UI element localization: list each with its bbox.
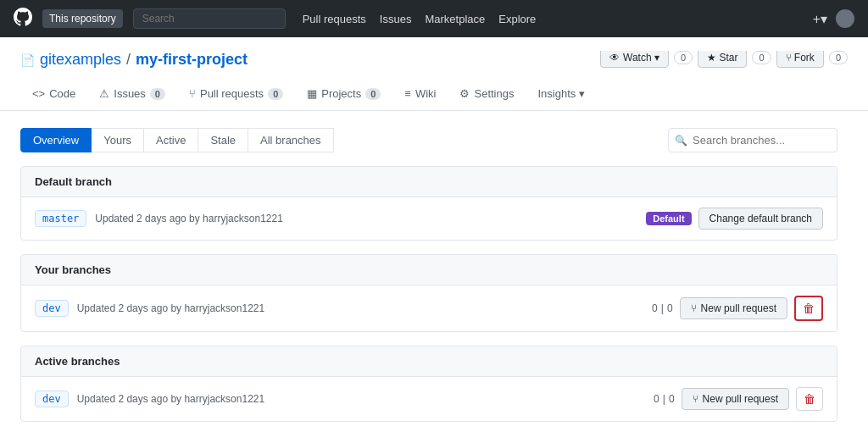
- star-button[interactable]: ★ Star: [698, 51, 747, 68]
- issues-nav-link[interactable]: Issues: [380, 13, 412, 25]
- active-branches-dev-actions: 0 | 0 ⑂ New pull request 🗑: [654, 387, 823, 411]
- active-branches-dev-row: dev Updated 2 days ago by harryjackson12…: [21, 377, 837, 421]
- repo-action-buttons: 👁 Watch ▾ 0 ★ Star 0 ⑂ Fork 0: [600, 51, 848, 68]
- top-navbar: This repository Pull requests Issues Mar…: [0, 0, 868, 37]
- main-content: Overview Yours Active Stale All branches…: [0, 111, 858, 432]
- filter-yours-button[interactable]: Yours: [91, 128, 144, 152]
- explore-nav-link[interactable]: Explore: [498, 13, 536, 25]
- top-nav-right: +▾: [813, 9, 854, 28]
- repo-name-link[interactable]: my-first-project: [136, 51, 248, 69]
- default-branch-section-header: Default branch: [21, 167, 837, 197]
- dev-branch-name-yours[interactable]: dev: [35, 300, 69, 317]
- active-pr-count-value: 0: [654, 393, 659, 405]
- pull-requests-nav-link[interactable]: Pull requests: [303, 13, 366, 25]
- master-branch-name[interactable]: master: [35, 210, 86, 227]
- watch-label: Watch ▾: [623, 52, 659, 64]
- create-new-button[interactable]: +▾: [813, 11, 827, 27]
- tab-pull-requests[interactable]: ⑂ Pull requests 0: [177, 79, 295, 110]
- default-branch-row: master Updated 2 days ago by harryjackso…: [21, 197, 837, 240]
- master-branch-meta: Updated 2 days ago by harryjackson1221: [95, 213, 282, 224]
- repo-tabs: <> Code ⚠ Issues 0 ⑂ Pull requests 0 ▦ P…: [20, 79, 848, 110]
- dev-pr-count-yours: 0 | 0: [652, 302, 673, 314]
- tab-projects-label: Projects: [321, 87, 361, 100]
- branch-filter-bar: Overview Yours Active Stale All branches…: [20, 128, 837, 152]
- tab-wiki[interactable]: ≡ Wiki: [392, 79, 448, 110]
- new-pull-request-button-yours[interactable]: ⑂ New pull request: [680, 297, 787, 319]
- active-comment-count-value: 0: [669, 393, 675, 405]
- code-icon: <>: [32, 87, 45, 100]
- top-nav-links: Pull requests Issues Marketplace Explore: [303, 13, 537, 25]
- star-count: 0: [752, 51, 771, 64]
- pr-separator: |: [661, 302, 664, 314]
- projects-count-badge: 0: [365, 88, 381, 100]
- branch-search-input[interactable]: [668, 128, 837, 152]
- your-branches-section-header: Your branches: [21, 255, 837, 285]
- dev-branch-meta-active: Updated 2 days ago by harryjackson1221: [77, 393, 264, 405]
- your-branches-section: Your branches dev Updated 2 days ago by …: [20, 254, 837, 332]
- tab-settings[interactable]: ⚙ Settings: [448, 79, 526, 110]
- filter-all-branches-button[interactable]: All branches: [248, 128, 334, 152]
- pr-count-badge: 0: [268, 88, 283, 100]
- default-branch-actions: Default Change default branch: [646, 208, 823, 230]
- search-input[interactable]: [133, 8, 286, 29]
- tab-code[interactable]: <> Code: [20, 79, 87, 110]
- repository-scope-pill[interactable]: This repository: [42, 9, 123, 28]
- watch-button[interactable]: 👁 Watch ▾: [600, 51, 669, 68]
- tab-wiki-label: Wiki: [415, 87, 437, 100]
- dev-branch-name-active[interactable]: dev: [35, 390, 69, 407]
- watch-count: 0: [674, 51, 693, 64]
- active-branches-section-header: Active branches: [21, 346, 837, 377]
- github-logo-icon[interactable]: [14, 8, 32, 30]
- fork-count: 0: [829, 51, 848, 64]
- marketplace-nav-link[interactable]: Marketplace: [425, 13, 485, 25]
- tab-issues[interactable]: ⚠ Issues 0: [87, 79, 177, 110]
- tab-projects[interactable]: ▦ Projects 0: [295, 79, 392, 110]
- star-label: ★ Star: [707, 52, 737, 64]
- pr-icon: ⑂: [189, 87, 196, 100]
- repo-pill-label: This repository: [49, 13, 116, 25]
- delete-branch-button-yours-highlighted[interactable]: 🗑: [794, 296, 823, 321]
- projects-icon: ▦: [307, 87, 317, 100]
- issues-icon: ⚠: [99, 87, 109, 100]
- user-avatar[interactable]: [836, 9, 854, 28]
- dev-pr-count-active: 0 | 0: [654, 393, 675, 405]
- tab-pr-label: Pull requests: [200, 87, 264, 100]
- active-pr-separator: |: [663, 393, 665, 405]
- repo-owner-link[interactable]: gitexamples: [40, 51, 121, 69]
- default-badge: Default: [646, 212, 691, 225]
- tab-issues-label: Issues: [114, 87, 146, 100]
- fork-label: ⑂ Fork: [786, 52, 815, 64]
- delete-branch-button-active[interactable]: 🗑: [796, 387, 823, 411]
- filter-stale-button[interactable]: Stale: [198, 128, 248, 152]
- comment-count-value: 0: [667, 302, 673, 314]
- pr-count-value: 0: [652, 302, 658, 314]
- filter-active-button[interactable]: Active: [143, 128, 198, 152]
- active-branches-section: Active branches dev Updated 2 days ago b…: [20, 346, 837, 422]
- eye-icon: 👁: [609, 52, 620, 64]
- fork-button[interactable]: ⑂ Fork: [776, 51, 824, 68]
- tab-insights-label: Insights ▾: [537, 87, 584, 100]
- repo-title-separator: /: [126, 51, 131, 69]
- tab-code-label: Code: [49, 87, 75, 100]
- search-icon: 🔍: [675, 135, 687, 147]
- change-default-branch-button[interactable]: Change default branch: [698, 208, 823, 230]
- filter-overview-button[interactable]: Overview: [20, 128, 92, 152]
- your-branches-dev-actions: 0 | 0 ⑂ New pull request 🗑: [652, 296, 823, 321]
- settings-icon: ⚙: [459, 87, 470, 100]
- branch-search-container: 🔍: [668, 128, 837, 152]
- repo-title: 📄 gitexamples / my-first-project: [20, 51, 600, 69]
- default-branch-section: Default branch master Updated 2 days ago…: [20, 166, 837, 241]
- repo-file-icon: 📄: [20, 53, 35, 67]
- tab-settings-label: Settings: [474, 87, 514, 100]
- wiki-icon: ≡: [404, 87, 411, 100]
- new-pull-request-button-active[interactable]: ⑂ New pull request: [682, 388, 789, 410]
- repo-header: 👁 Watch ▾ 0 ★ Star 0 ⑂ Fork 0 📄 gitexamp…: [0, 37, 868, 111]
- your-branches-dev-row: dev Updated 2 days ago by harryjackson12…: [21, 285, 837, 331]
- issues-count-badge: 0: [150, 88, 165, 100]
- tab-insights[interactable]: Insights ▾: [526, 79, 596, 110]
- pr-icon-btn: ⑂: [691, 302, 697, 314]
- pr-icon-btn-active: ⑂: [693, 393, 698, 405]
- dev-branch-meta-yours: Updated 2 days ago by harryjackson1221: [77, 302, 264, 314]
